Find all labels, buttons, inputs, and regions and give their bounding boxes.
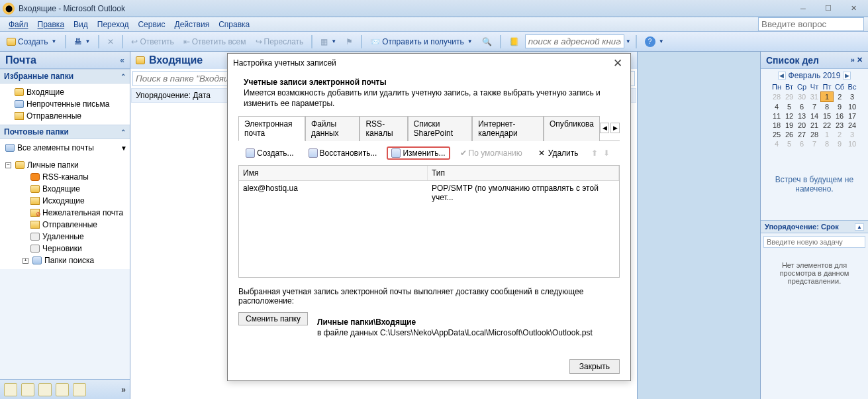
- create-button[interactable]: Создать▼: [3, 36, 60, 48]
- tree-item[interactable]: RSS-каналы: [0, 171, 130, 183]
- calendar-day[interactable]: 1: [821, 130, 834, 139]
- menu-actions[interactable]: Действия: [170, 19, 215, 30]
- calendar-day[interactable]: 3: [846, 130, 859, 139]
- personal-folders[interactable]: −Личные папки: [0, 159, 130, 171]
- account-create-button[interactable]: Создать...: [241, 146, 299, 160]
- tab-email[interactable]: Электронная почта: [238, 116, 305, 141]
- menu-help[interactable]: Справка: [214, 19, 254, 30]
- help-button[interactable]: ?▼: [642, 35, 667, 48]
- categorize-button[interactable]: ▦▼: [317, 36, 340, 48]
- next-month-icon[interactable]: ▶: [843, 72, 851, 80]
- menu-go[interactable]: Переход: [93, 19, 134, 30]
- calendar-day[interactable]: 16: [834, 111, 846, 121]
- account-edit-button[interactable]: Изменить...: [387, 146, 450, 160]
- collapse-icon[interactable]: −: [5, 162, 11, 168]
- tab-rss[interactable]: RSS-каналы: [360, 116, 407, 141]
- tree-item[interactable]: Черновики: [0, 243, 130, 255]
- calendar-day[interactable]: 5: [783, 139, 796, 148]
- close-button[interactable]: ✕: [842, 2, 865, 15]
- tree-item[interactable]: Исходящие: [0, 195, 130, 207]
- find-button[interactable]: 🔍: [479, 36, 495, 48]
- tab-sharepoint[interactable]: Списки SharePoint: [408, 116, 473, 141]
- nav-section-favorites[interactable]: Избранные папки⌃: [0, 69, 130, 84]
- calendar-day[interactable]: 13: [796, 111, 808, 121]
- fav-item[interactable]: Отправленные: [0, 110, 130, 122]
- calendar-day[interactable]: 29: [783, 92, 796, 102]
- help-search-input[interactable]: [758, 17, 864, 31]
- task-sort-bar[interactable]: Упорядочение: Срок▲: [761, 220, 868, 233]
- menu-tools[interactable]: Сервис: [133, 19, 169, 30]
- tree-item[interactable]: Отправленные: [0, 219, 130, 231]
- address-book-button[interactable]: 📒: [506, 36, 522, 48]
- dialog-close-icon[interactable]: ✕: [610, 56, 625, 70]
- col-type[interactable]: Тип: [428, 166, 619, 180]
- menu-file[interactable]: Файл: [4, 19, 33, 30]
- account-row[interactable]: alex@hostiq.ua POP/SMTP (по умолчанию от…: [239, 181, 619, 205]
- calendar-day[interactable]: 17: [846, 111, 859, 121]
- calendar-day[interactable]: 6: [796, 102, 808, 112]
- tree-item[interactable]: Удаленные: [0, 231, 130, 243]
- calendar-day[interactable]: 26: [783, 130, 796, 139]
- calendar-day[interactable]: 8: [821, 139, 834, 148]
- calendar-day[interactable]: 18: [771, 121, 783, 130]
- new-task-input[interactable]: [763, 236, 865, 248]
- fav-item[interactable]: Входящие: [0, 86, 130, 98]
- notes-shortcut-icon[interactable]: [73, 383, 86, 396]
- calendar-day[interactable]: 27: [796, 130, 808, 139]
- reply-all-button[interactable]: ⇤Ответить всем: [180, 36, 250, 48]
- minimize-button[interactable]: ─: [791, 2, 815, 15]
- tree-item[interactable]: Нежелательная почта: [0, 207, 130, 219]
- tab-published[interactable]: Опубликова: [544, 116, 600, 141]
- calendar-day[interactable]: 4: [771, 102, 783, 112]
- menu-view[interactable]: Вид: [69, 19, 93, 30]
- mail-shortcut-icon[interactable]: [4, 383, 17, 396]
- calendar-day[interactable]: 5: [783, 102, 796, 112]
- all-mail-items[interactable]: Все элементы почты▼: [0, 142, 130, 154]
- change-folder-button[interactable]: Сменить папку: [238, 312, 308, 325]
- nav-section-mailfolders[interactable]: Почтовые папки⌃: [0, 125, 130, 139]
- calendar-day[interactable]: 20: [796, 121, 808, 130]
- calendar-day[interactable]: 10: [846, 139, 859, 148]
- calendar-day[interactable]: 7: [808, 139, 821, 148]
- tree-item[interactable]: Входящие: [0, 183, 130, 195]
- calendar-day[interactable]: 24: [846, 121, 859, 130]
- account-default-button[interactable]: ✔По умолчанию: [456, 146, 527, 160]
- calendar-day[interactable]: 9: [834, 139, 846, 148]
- tab-scroll-left-icon[interactable]: ◀: [600, 123, 609, 133]
- calendar-day[interactable]: 28: [771, 92, 783, 102]
- calendar-day[interactable]: 19: [783, 121, 796, 130]
- flag-button[interactable]: ⚑: [342, 36, 356, 48]
- col-name[interactable]: Имя: [239, 166, 428, 180]
- calendar-day[interactable]: 11: [771, 111, 783, 121]
- calendar-day[interactable]: 30: [796, 92, 808, 102]
- dialog-close-button[interactable]: Закрыть: [569, 359, 620, 374]
- calendar-day[interactable]: 3: [846, 92, 859, 102]
- fav-item[interactable]: Непрочтенные письма: [0, 98, 130, 110]
- menu-edit[interactable]: Правка: [33, 19, 70, 30]
- calendar-day[interactable]: 6: [796, 139, 808, 148]
- todo-collapse-icon[interactable]: » ✕: [851, 56, 863, 64]
- calendar-day[interactable]: 7: [808, 102, 821, 112]
- tasks-shortcut-icon[interactable]: [56, 383, 69, 396]
- reply-button[interactable]: ↩Ответить: [128, 36, 177, 48]
- account-delete-button[interactable]: ✕Удалить: [532, 146, 583, 160]
- calendar-day[interactable]: 23: [834, 121, 846, 130]
- calendar-day[interactable]: 21: [808, 121, 821, 130]
- calendar-day[interactable]: 22: [821, 121, 834, 130]
- calendar-day[interactable]: 9: [834, 102, 846, 112]
- prev-month-icon[interactable]: ◀: [778, 72, 786, 80]
- calendar-day[interactable]: 12: [783, 111, 796, 121]
- tab-internet-calendars[interactable]: Интернет-календари: [472, 116, 544, 141]
- calendar-shortcut-icon[interactable]: [21, 383, 34, 396]
- calendar-day[interactable]: 4: [771, 139, 783, 148]
- calendar-day[interactable]: 8: [821, 102, 834, 112]
- calendar-day[interactable]: 31: [808, 92, 821, 102]
- calendar-day[interactable]: 25: [771, 130, 783, 139]
- nav-collapse-icon[interactable]: «: [120, 56, 124, 65]
- forward-button[interactable]: ↪Переслать: [252, 36, 307, 48]
- expand-icon[interactable]: +: [23, 258, 28, 264]
- more-shortcuts-icon[interactable]: »: [121, 385, 126, 394]
- tree-item[interactable]: +Папки поиска: [0, 255, 130, 266]
- calendar-day[interactable]: 14: [808, 111, 821, 121]
- tab-data-files[interactable]: Файлы данных: [305, 116, 360, 141]
